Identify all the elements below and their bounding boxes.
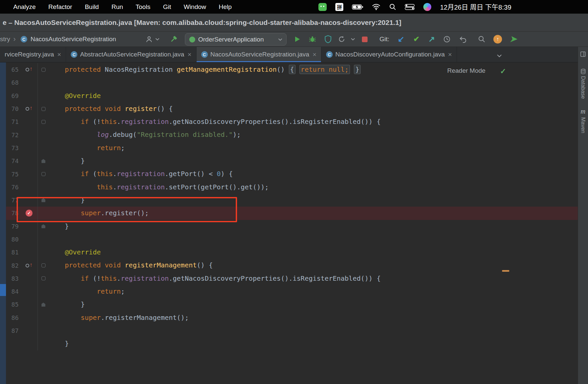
tab-overflow-chevron-icon[interactable] (497, 53, 502, 59)
wechat-icon[interactable] (318, 3, 327, 11)
code-text[interactable]: if (this.registration.getPort() < 0) { (49, 167, 233, 180)
chevron-down-icon (278, 38, 282, 41)
code-text[interactable]: if (!this.registration.getNacosDiscovery… (49, 272, 380, 285)
code-line: 75 if (this.registration.getPort() < 0) … (6, 167, 578, 180)
overrides-method-icon[interactable]: ↑ (26, 263, 33, 268)
menu-item-window[interactable]: Window (184, 3, 206, 11)
breadcrumb-class-name[interactable]: NacosAutoServiceRegistration (31, 32, 116, 47)
project-panel-strip[interactable] (0, 62, 6, 384)
code-text[interactable]: } (49, 298, 85, 311)
overrides-method-icon[interactable]: ↑ (26, 106, 33, 112)
code-text[interactable]: protected void register() { (49, 102, 173, 115)
wifi-icon[interactable] (372, 3, 380, 10)
reader-mode-toggle[interactable]: Reader Mode (447, 67, 485, 74)
profiler-button[interactable] (338, 32, 345, 47)
run-button[interactable] (294, 32, 301, 47)
fold-marker[interactable] (42, 224, 45, 228)
search-everywhere-icon[interactable] (478, 32, 485, 47)
tab-label: AbstractAutoServiceRegistration.java (80, 51, 184, 58)
send-feedback-icon[interactable] (509, 32, 518, 47)
code-text[interactable]: protected NacosRegistration getManagemen… (49, 63, 361, 76)
tab-close-icon[interactable]: × (188, 51, 192, 58)
tab-close-icon[interactable]: × (57, 51, 61, 58)
tool-window-button-maven[interactable]: m Maven (580, 108, 586, 133)
git-commit-button[interactable]: ✔ (413, 32, 419, 47)
code-text[interactable]: @Override (49, 89, 101, 102)
input-method-badge[interactable]: 拼 (335, 3, 343, 11)
code-with-me-icon[interactable] (145, 32, 153, 47)
breadcrumb-prefix[interactable]: stry (0, 32, 10, 47)
fold-marker[interactable] (42, 263, 45, 267)
git-push-button[interactable]: ↗ (428, 32, 435, 47)
editor-tab[interactable]: CAbstractAutoServiceRegistration.java× (66, 47, 196, 62)
run-configuration-select[interactable]: OrderServerApplication (185, 33, 287, 46)
code-text[interactable]: log.debug("Registration disabled."); (49, 128, 241, 141)
run-config-name: OrderServerApplication (198, 36, 275, 43)
line-number: 87 (6, 327, 21, 334)
editor[interactable]: 65↑ protected NacosRegistration getManag… (6, 62, 578, 384)
fold-marker[interactable] (42, 68, 45, 72)
fold-marker[interactable] (42, 276, 45, 280)
fold-marker[interactable] (42, 120, 45, 124)
debug-button[interactable] (308, 32, 316, 47)
control-center-icon[interactable] (405, 4, 415, 10)
run-with-coverage-button[interactable] (324, 32, 332, 47)
code-text[interactable]: } (49, 154, 85, 167)
ide-update-notification-icon[interactable]: ↑ (493, 32, 502, 47)
editor-tab[interactable]: rviceRegistry.java× (0, 47, 66, 62)
stop-button[interactable] (362, 32, 368, 47)
spotlight-icon[interactable] (389, 3, 396, 10)
tool-window-layout-icon[interactable] (580, 51, 586, 58)
code-text[interactable]: protected void registerManagement() { (49, 259, 213, 272)
fold-marker[interactable] (42, 107, 45, 111)
fold-marker[interactable] (42, 159, 45, 163)
code-line: 84 return; (6, 285, 578, 298)
gutter-icon-area[interactable]: ↑ (21, 106, 38, 112)
inspections-ok-icon[interactable]: ✓ (500, 67, 506, 76)
highlight-annotation-rectangle (17, 197, 237, 222)
menu-item-tools[interactable]: Tools (136, 3, 150, 11)
line-number: 65 (6, 66, 21, 73)
siri-icon[interactable] (423, 3, 431, 11)
code-text[interactable]: return; (49, 285, 125, 298)
tab-label: NacosDiscoveryAutoConfiguration.java (335, 51, 445, 58)
window-title-bar: e – NacosAutoServiceRegistration.java [M… (0, 14, 588, 32)
code-line: 70↑ protected void register() { (6, 102, 578, 115)
chevron-down-icon[interactable] (351, 32, 355, 47)
fold-marker[interactable] (42, 172, 45, 176)
menu-datetime[interactable]: 12月26日 周日 下午8:39 (440, 2, 511, 12)
editor-tab[interactable]: CNacosDiscoveryAutoConfiguration.java× (321, 47, 457, 62)
gutter-icon-area[interactable]: ↑ (21, 263, 38, 268)
tab-close-icon[interactable]: × (448, 51, 452, 58)
code-text[interactable]: @Override (49, 246, 101, 259)
menu-item-refactor[interactable]: Refactor (48, 3, 72, 11)
code-text[interactable]: super.registerManagement(); (49, 311, 189, 324)
menu-item-git[interactable]: Git (163, 3, 171, 11)
tool-window-button-database[interactable]: Database (580, 69, 586, 99)
window-title: e – NacosAutoServiceRegistration.java [M… (0, 19, 401, 27)
build-hammer-icon[interactable] (169, 32, 178, 47)
menu-item-analyze[interactable]: Analyze (13, 3, 36, 11)
editor-tab[interactable]: CNacosAutoServiceRegistration.java× (197, 47, 322, 62)
menu-item-build[interactable]: Build (85, 3, 99, 11)
line-number: 71 (6, 118, 21, 125)
chevron-down-icon[interactable] (155, 32, 159, 47)
tab-close-icon[interactable]: × (312, 51, 316, 58)
menu-item-run[interactable]: Run (112, 3, 123, 11)
fold-marker[interactable] (42, 303, 45, 307)
code-text[interactable]: this.registration.setPort(getPort().get(… (49, 181, 269, 194)
rollback-icon[interactable] (459, 32, 467, 47)
battery-charging-icon[interactable] (352, 4, 363, 10)
code-text[interactable]: return; (49, 142, 125, 154)
menu-items: AnalyzeRefactorBuildRunToolsGitWindowHel… (0, 3, 232, 11)
code-text[interactable]: } (49, 337, 69, 350)
fold-column (38, 324, 49, 337)
code-line: 65↑ protected NacosRegistration getManag… (6, 63, 578, 76)
code-text[interactable]: if (!this.registration.getNacosDiscovery… (49, 115, 380, 128)
overrides-method-icon[interactable]: ↑ (26, 67, 33, 72)
history-icon[interactable] (443, 32, 451, 47)
git-update-button[interactable]: ↙ (398, 32, 404, 47)
fold-column (38, 115, 49, 128)
gutter-icon-area[interactable]: ↑ (21, 67, 38, 72)
menu-item-help[interactable]: Help (219, 3, 232, 11)
